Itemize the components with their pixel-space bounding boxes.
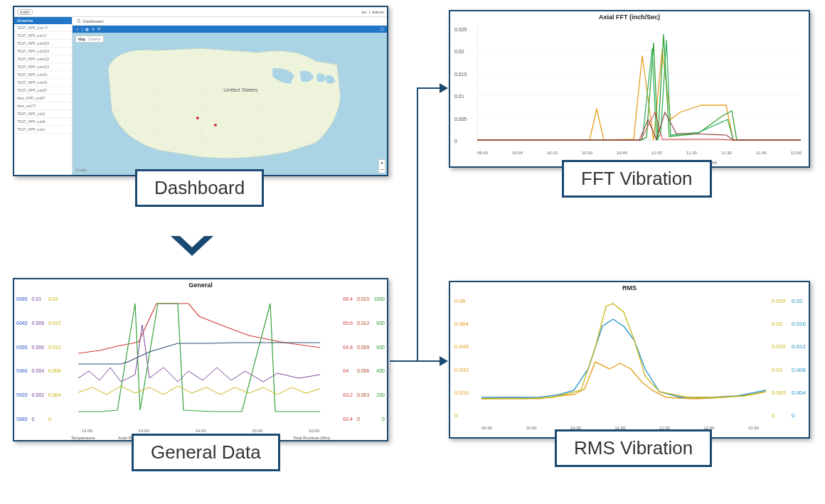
chart-title: General — [14, 279, 387, 291]
refresh-icon[interactable]: ⟳ — [92, 27, 95, 31]
sidebar-item[interactable]: TEST_HPP_unit33 — [14, 79, 72, 87]
chart-title: RMS — [450, 282, 809, 294]
dashboard-breadcrumb: ☰ Dashboard — [73, 17, 387, 26]
dashboard-toolbar[interactable]: ＋ | ▦ ⟳ 🔍 ⛶ — [73, 26, 387, 33]
arrow-connector — [417, 87, 418, 362]
fft-panel: Axial FFT (inch/Sec) 0.0250.020.0150.010… — [449, 10, 810, 168]
sidebar-item[interactable]: TEST_HPP_unit122 — [14, 55, 72, 63]
y-axis-right-group: 0.0250.020.0150.010.0050 0.020.0160.0120… — [772, 298, 806, 419]
arrow-right-icon — [440, 83, 448, 93]
general-label: General Data — [132, 434, 280, 471]
sidebar-item[interactable]: TEST_HPP_unit6 — [14, 118, 72, 126]
sidebar-item[interactable]: TEST_HPP_unit103 — [14, 40, 72, 48]
dashboard-panel: frollic en | Admin America TEST_HPP_unit… — [13, 6, 388, 176]
sidebar-item[interactable]: TEST_HPP_unit2 — [14, 110, 72, 118]
y-axis-left: 0.080.0640.0480.0320.0160 — [454, 298, 469, 419]
sidebar-item[interactable]: TEST_HPP_unit37 — [14, 87, 72, 95]
sidebar-item[interactable]: TEST_HPP_unit22 — [14, 71, 72, 79]
fft-label: FFT Vibration — [562, 160, 712, 198]
plus-icon[interactable]: ＋ — [75, 27, 79, 31]
rms-chart-plot — [481, 298, 766, 415]
arrow-right-icon — [440, 356, 448, 366]
sidebar-item[interactable]: New_HPP_unit67 — [14, 95, 72, 102]
y-axis-right-group: 66.465.664.86463.262.4 0.0150.0120.0090.… — [343, 296, 385, 422]
arrow-connector — [417, 87, 440, 89]
dashboard-label: Dashboard — [135, 169, 264, 207]
map-country-label: United States — [223, 87, 257, 93]
map-zoom-buttons[interactable]: +− — [378, 159, 385, 173]
sidebar-item[interactable]: TEST_HPP_unit 17 — [14, 24, 72, 32]
sidebar-item[interactable]: New_unit77 — [14, 102, 72, 110]
dashboard-header: frollic en | Admin — [14, 7, 387, 17]
y-axis-left: 0.0250.020.0150.010.0050 — [454, 27, 467, 144]
x-axis: 12:0013:0014:0015:0016:00 — [82, 429, 319, 433]
sidebar-item[interactable]: TEST_HPP_unit1 — [14, 126, 72, 134]
y-axis-left-group: 608060406000596059205880 0.010.0080.0060… — [16, 296, 61, 422]
chart-icon[interactable]: ▦ — [85, 27, 89, 31]
arrow-down-icon — [171, 236, 213, 256]
svg-point-2 — [196, 117, 199, 119]
sidebar-item[interactable]: TEST_HPP_unit17 — [14, 32, 72, 40]
rms-label: RMS Vibration — [555, 429, 712, 467]
arrow-connector — [390, 360, 418, 362]
map-type-tabs[interactable]: Map Satellite — [75, 36, 104, 43]
rms-panel: RMS 0.080.0640.0480.0320.0160 0.0250.020… — [449, 281, 810, 439]
fft-chart-plot — [477, 27, 801, 141]
sidebar-item[interactable]: TEST_HPP_unit103 — [14, 48, 72, 55]
sidebar-item[interactable]: TEST_HPP_unit123 — [14, 63, 72, 71]
general-chart-plot — [78, 296, 327, 417]
dashboard-sidebar[interactable]: America TEST_HPP_unit 17 TEST_HPP_unit17… — [14, 17, 73, 175]
chart-title: Axial FFT (inch/Sec) — [450, 11, 809, 23]
zoom-icon[interactable]: 🔍 — [97, 27, 102, 31]
sidebar-item-active[interactable]: America — [14, 17, 72, 24]
dashboard-map[interactable]: Map Satellite United States Google +− — [73, 33, 387, 175]
svg-point-1 — [214, 124, 217, 127]
dashboard-main: ☰ Dashboard ＋ | ▦ ⟳ 🔍 ⛶ — [73, 17, 387, 175]
arrow-connector — [417, 360, 440, 362]
x-axis: 09:4510:0010:1510:3010:4511:0011:1511:30… — [477, 151, 802, 155]
general-panel: General 608060406000596059205880 0.010.0… — [13, 278, 388, 441]
